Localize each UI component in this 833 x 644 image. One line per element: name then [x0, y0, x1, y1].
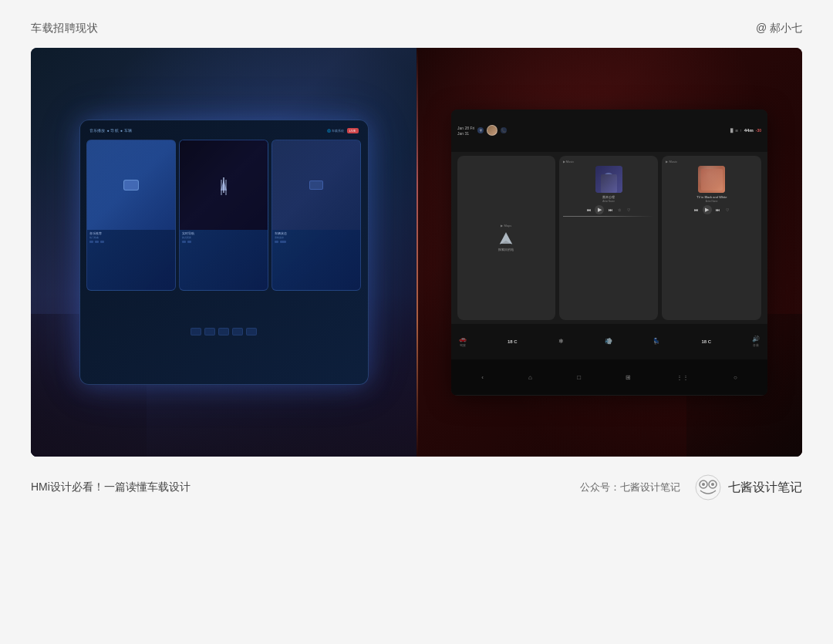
- music2-label: ▶ Music: [666, 160, 757, 164]
- right-date-bottom: Jan 31: [457, 131, 474, 136]
- climate-left: 🚗 驾驶: [459, 335, 467, 347]
- nav-apps-icon[interactable]: ⊞: [626, 374, 631, 381]
- left-card-1-title: 音乐推荐: [89, 231, 173, 235]
- left-card-2-subtitle: 路况更新: [182, 236, 265, 239]
- left-card-1: 音乐推荐 热门歌曲: [86, 140, 176, 291]
- left-header-status: 🌐 车载系统: [327, 129, 344, 133]
- footer-left-text: HMi设计必看！一篇读懂车载设计: [31, 480, 191, 494]
- music2-album-art: [698, 166, 725, 193]
- mic-icon: 🎙: [479, 128, 483, 133]
- car-icon: 🚗: [459, 335, 467, 342]
- volume-icon: 🔊: [752, 335, 760, 342]
- right-screen-bottom: 🚗 驾驶 18 C ❄ 💨 💺 18 C 🔊: [451, 324, 767, 396]
- fan-icon: ❄: [558, 338, 564, 345]
- left-card-3-subtitle: 系统监控: [275, 236, 358, 239]
- right-screen: Jan 28 Fri Jan 31 🎙 📞 ▉ ≋: [451, 110, 767, 396]
- temp-display: -30: [756, 128, 761, 133]
- music1-next-btn[interactable]: ⏭: [607, 207, 613, 213]
- nav-card-label: ▶ Maps: [501, 224, 511, 228]
- right-screen-top-bar: Jan 28 Fri Jan 31 🎙 📞 ▉ ≋: [451, 110, 767, 153]
- right-status-icons: ▉ ≋ ↑: [730, 128, 742, 133]
- right-top-avatar: [487, 125, 497, 136]
- panel-divider: [416, 48, 418, 457]
- left-bottom-icon-5: [246, 328, 257, 335]
- left-bottom-icon-1: [191, 328, 201, 335]
- left-card-1-subtitle: 热门歌曲: [89, 236, 173, 239]
- left-card-img-1: [87, 140, 175, 230]
- right-screen-cards-area: ▶ Maps 探索目的地 ▶ Music: [451, 152, 767, 324]
- header-left-text: 车载招聘现状: [31, 22, 98, 35]
- brand-icon: [694, 474, 722, 501]
- left-card-img-3: [272, 140, 360, 230]
- climate-center3: 💺: [653, 338, 660, 345]
- signal-icon: ↑: [740, 128, 742, 133]
- right-date-top: Jan 28 Fri: [457, 126, 474, 130]
- right-top-right: ▉ ≋ ↑ 44m -30: [730, 128, 761, 133]
- music1-album-art: [595, 166, 622, 193]
- music2-heart-btn[interactable]: ♡: [724, 207, 730, 213]
- climate-left-temp: 18 C: [508, 339, 518, 344]
- left-header-text: 音乐播放 ● 导航 ● 车辆: [89, 128, 133, 133]
- seat-icon: 💺: [653, 338, 660, 345]
- music2-next-btn[interactable]: ⏭: [715, 207, 721, 213]
- left-card-img-2: [180, 140, 268, 230]
- left-card-3-title: 车辆状态: [275, 231, 358, 235]
- right-panel: Jan 28 Fri Jan 31 🎙 📞 ▉ ≋: [416, 48, 802, 457]
- right-music-card-1: ▶ Music 黑木公理 Artist Name ⏮ ▶ ⏭: [559, 156, 659, 320]
- nav-circle-icon[interactable]: ○: [734, 374, 737, 381]
- left-card-2-title: 实时导航: [182, 231, 265, 235]
- right-nav-bar: ‹ ⌂ □ ⊞ ⋮⋮ ○: [451, 359, 767, 395]
- left-bottom-icons: [86, 328, 362, 335]
- wind-icon: 💨: [605, 338, 612, 345]
- climate-right-temp: 18 C: [701, 339, 711, 344]
- nav-arrow-icon: [498, 231, 514, 246]
- music2-prev-btn[interactable]: ⏮: [693, 207, 700, 213]
- left-card-2: 实时导航 路况更新: [179, 140, 268, 291]
- header-right-text: @ 郝小七: [756, 22, 802, 35]
- right-top-time: 44m: [744, 128, 754, 133]
- music1-title: 黑木公理: [563, 195, 655, 199]
- nav-back-icon[interactable]: ‹: [481, 374, 484, 381]
- music1-heart-btn[interactable]: ♡: [626, 207, 632, 213]
- footer-brand-name: 七酱设计笔记: [728, 480, 802, 496]
- nav-home-icon[interactable]: ⌂: [528, 374, 532, 381]
- left-bottom-icon-4: [232, 328, 243, 335]
- music1-prev-btn[interactable]: ⏮: [585, 207, 592, 213]
- svg-point-1: [696, 475, 720, 500]
- nav-destination-text: 探索目的地: [498, 248, 514, 251]
- right-nav-card: ▶ Maps 探索目的地: [457, 156, 555, 320]
- music2-controls: ⏮ ▶ ⏭ ♡: [666, 205, 757, 214]
- music1-label: ▶ Music: [563, 160, 655, 164]
- nav-square-icon[interactable]: □: [577, 374, 581, 381]
- climate-center2: 💨: [605, 338, 612, 345]
- phone-icon: 📞: [501, 128, 506, 133]
- climate-right-label: 音量: [753, 343, 759, 347]
- left-panel: 音乐播放 ● 导航 ● 车辆 🌐 车载系统 LIVE 音乐推荐 热: [31, 48, 416, 457]
- music2-play-btn[interactable]: ▶: [703, 205, 712, 214]
- left-card-3: 车辆状态 系统监控: [271, 140, 361, 291]
- left-screen-cards: 音乐推荐 热门歌曲: [86, 140, 362, 291]
- music1-star-btn[interactable]: ☆: [616, 207, 622, 213]
- left-card-2-info: 实时导航 路况更新: [180, 230, 268, 244]
- climate-center1: ❄: [558, 338, 564, 345]
- left-badge: LIVE: [347, 128, 359, 133]
- music1-play-btn[interactable]: ▶: [595, 205, 604, 214]
- footer-brand: 七酱设计笔记: [694, 474, 802, 501]
- climate-left-label: 驾驶: [460, 343, 466, 347]
- svg-marker-0: [500, 232, 512, 244]
- music1-artist: Artist Name: [563, 200, 655, 203]
- svg-point-4: [702, 483, 705, 486]
- page-footer: HMi设计必看！一篇读懂车载设计 公众号：七酱设计笔记 七酱设计笔记: [0, 457, 833, 501]
- wifi-icon: ≋: [735, 128, 738, 133]
- left-screen: 音乐播放 ● 导航 ● 车辆 🌐 车载系统 LIVE 音乐推荐 热: [79, 120, 369, 386]
- left-card-1-info: 音乐推荐 热门歌曲: [87, 230, 175, 244]
- right-top-left: Jan 28 Fri Jan 31 🎙 📞: [457, 125, 507, 136]
- right-climate-bar: 🚗 驾驶 18 C ❄ 💨 💺 18 C 🔊: [451, 324, 767, 359]
- battery-icon: ▉: [730, 128, 734, 133]
- left-bottom-icon-2: [204, 328, 215, 335]
- left-card-3-info: 车辆状态 系统监控: [272, 230, 360, 244]
- right-music-card-2: ▶ Music TV in Black and White Artist Nam…: [662, 156, 761, 320]
- svg-point-5: [711, 483, 714, 486]
- nav-menu-icon[interactable]: ⋮⋮: [676, 374, 689, 381]
- music2-artist: Artist Name: [666, 200, 757, 203]
